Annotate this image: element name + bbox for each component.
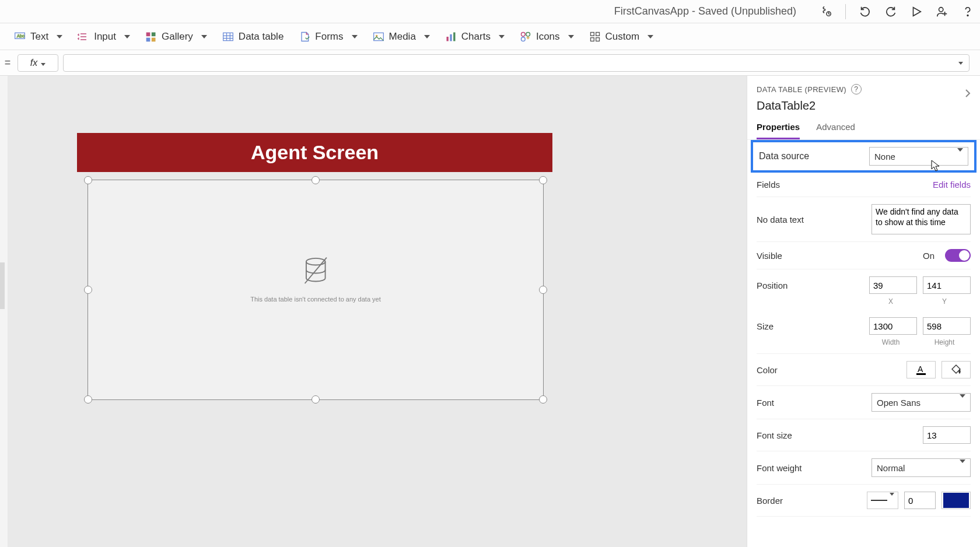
edit-fields-link[interactable]: Edit fields	[933, 180, 971, 190]
position-x-input[interactable]	[869, 276, 917, 294]
ribbon-media[interactable]: Media	[373, 31, 430, 43]
data-source-dropdown[interactable]: None	[869, 147, 968, 166]
resize-handle[interactable]	[312, 395, 320, 404]
undo-icon[interactable]	[859, 5, 872, 18]
app-title: FirstCanvasApp - Saved (Unpublished)	[614, 5, 796, 17]
svg-rect-13	[450, 34, 452, 41]
prop-label-border: Border	[757, 496, 844, 506]
resize-handle[interactable]	[84, 286, 92, 294]
title-bar: FirstCanvasApp - Saved (Unpublished)	[0, 0, 980, 23]
prop-label-position: Position	[757, 280, 844, 290]
border-width-input[interactable]	[904, 492, 936, 509]
canvas[interactable]: Agent Screen This data table isn't conne…	[8, 76, 747, 547]
svg-rect-25	[916, 373, 926, 375]
formula-input[interactable]	[63, 54, 970, 72]
panel-type-label: DATA TABLE (PREVIEW)	[757, 85, 846, 94]
prop-label-fields: Fields	[757, 180, 844, 190]
svg-rect-18	[590, 32, 594, 36]
redo-icon[interactable]	[884, 5, 897, 18]
svg-point-15	[521, 32, 525, 36]
font-color-button[interactable]: A	[907, 361, 936, 378]
left-rail-handle[interactable]	[0, 262, 5, 309]
svg-rect-6	[152, 32, 156, 36]
svg-rect-12	[446, 37, 448, 41]
insert-ribbon: Abc Text Input Gallery Data table Forms …	[0, 23, 980, 50]
tab-advanced[interactable]: Advanced	[816, 122, 855, 139]
ribbon-gallery[interactable]: Gallery	[145, 31, 207, 43]
svg-rect-8	[152, 37, 156, 41]
size-width-input[interactable]	[869, 317, 917, 335]
property-selector[interactable]: fx	[18, 54, 58, 72]
resize-handle[interactable]	[312, 176, 320, 184]
prop-label-visible: Visible	[757, 251, 844, 261]
screen-header-label: Agent Screen	[77, 133, 552, 172]
resize-handle[interactable]	[539, 395, 547, 404]
share-icon[interactable]	[936, 5, 949, 18]
datatable-control-selected[interactable]: This data table isn't connected to any d…	[88, 180, 544, 400]
svg-rect-20	[590, 37, 594, 41]
resize-handle[interactable]	[84, 176, 92, 184]
screen-container: Agent Screen	[77, 133, 552, 172]
svg-rect-19	[596, 32, 599, 36]
prop-label-color: Color	[757, 365, 844, 375]
visible-state-label: On	[923, 251, 935, 261]
empty-data-message: This data table isn't connected to any d…	[250, 296, 380, 303]
properties-panel: DATA TABLE (PREVIEW) ? DataTable2 Proper…	[747, 76, 980, 547]
properties-tabs: Properties Advanced	[747, 116, 980, 140]
svg-point-16	[526, 32, 530, 36]
size-height-input[interactable]	[923, 317, 971, 335]
prop-label-datasource: Data source	[759, 151, 809, 162]
database-icon	[299, 255, 332, 287]
svg-rect-5	[146, 32, 150, 36]
svg-text:Abc: Abc	[17, 33, 24, 38]
svg-point-17	[521, 37, 525, 41]
svg-rect-7	[146, 37, 150, 41]
font-size-input[interactable]	[923, 426, 971, 444]
equals-label: =	[2, 57, 13, 69]
svg-point-2	[967, 15, 968, 16]
prop-label-fontsize: Font size	[757, 430, 844, 440]
cursor-icon	[930, 159, 941, 172]
svg-rect-14	[453, 32, 455, 41]
svg-rect-21	[596, 37, 599, 41]
collapse-panel-icon[interactable]	[964, 87, 972, 102]
border-color-swatch	[943, 493, 969, 508]
ribbon-text[interactable]: Abc Text	[14, 31, 62, 43]
position-y-input[interactable]	[923, 276, 971, 294]
font-dropdown[interactable]: Open Sans	[872, 393, 971, 412]
visible-toggle[interactable]	[945, 249, 971, 262]
app-checker-icon[interactable]	[820, 5, 832, 18]
resize-handle[interactable]	[539, 286, 547, 294]
font-weight-dropdown[interactable]: Normal	[872, 458, 971, 477]
border-style-dropdown[interactable]	[867, 492, 898, 509]
help-hint-icon[interactable]: ?	[851, 84, 862, 94]
chevron-down-icon	[957, 152, 963, 162]
prop-label-size: Size	[757, 321, 844, 331]
ribbon-forms[interactable]: Forms	[299, 31, 357, 43]
prop-label-font: Font	[757, 398, 844, 408]
prop-label-fontweight: Font weight	[757, 463, 844, 473]
svg-text:A: A	[918, 364, 923, 374]
svg-rect-9	[223, 33, 233, 40]
no-data-text-input[interactable]	[872, 204, 971, 234]
empty-data-placeholder: This data table isn't connected to any d…	[250, 255, 380, 303]
svg-point-1	[939, 7, 943, 11]
formula-bar: = fx	[0, 50, 980, 76]
ribbon-charts[interactable]: Charts	[445, 31, 505, 43]
svg-point-22	[306, 258, 326, 265]
help-icon[interactable]	[961, 5, 974, 18]
control-name[interactable]: DataTable2	[757, 99, 971, 113]
ribbon-input[interactable]: Input	[78, 31, 130, 43]
resize-handle[interactable]	[539, 176, 547, 184]
left-rail	[0, 76, 8, 547]
resize-handle[interactable]	[84, 395, 92, 404]
highlighted-property-row: Data source None	[751, 140, 977, 173]
ribbon-custom[interactable]: Custom	[589, 31, 654, 43]
ribbon-icons[interactable]: Icons	[520, 31, 574, 43]
ribbon-data-table[interactable]: Data table	[222, 31, 284, 43]
play-icon[interactable]	[910, 5, 923, 18]
chevron-down-icon	[960, 398, 965, 408]
fill-color-button[interactable]	[942, 361, 971, 378]
border-color-button[interactable]	[942, 492, 971, 509]
tab-properties[interactable]: Properties	[757, 122, 800, 139]
